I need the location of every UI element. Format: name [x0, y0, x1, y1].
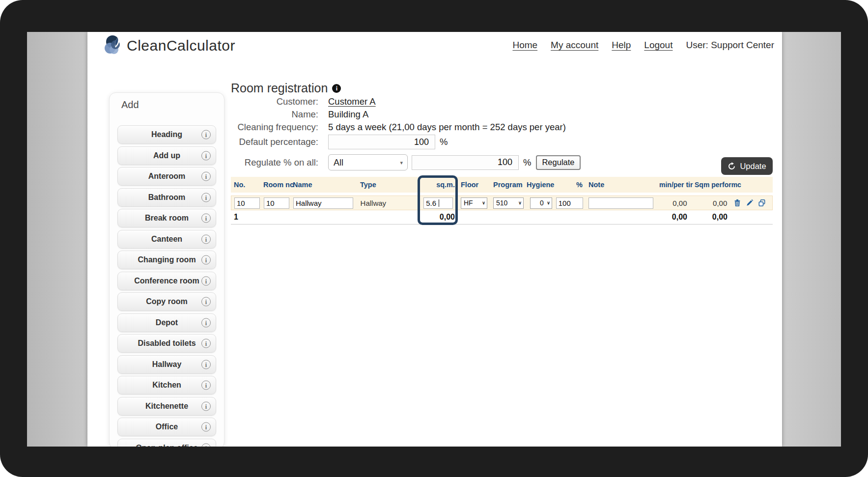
top-navigation: Home My account Help Logout User: Suppor… [512, 40, 774, 51]
info-circle-outline-icon[interactable]: i [201, 193, 211, 202]
regulate-button[interactable]: Regulate [536, 155, 580, 170]
sidebar-item-office[interactable]: Officei [117, 418, 216, 436]
sidebar-item-hallway[interactable]: Hallwayi [117, 355, 216, 374]
default-percentage-input[interactable] [328, 135, 435, 149]
regulate-scope-select[interactable]: All [328, 154, 408, 170]
desktop-margin-right [782, 32, 841, 447]
name-row: Name: Building A [210, 109, 368, 120]
sidebar-item-label: Bathroom [148, 193, 186, 202]
sidebar-item-label: Copy room [146, 297, 187, 306]
sidebar-item-kitchenette[interactable]: Kitchenettei [117, 397, 216, 416]
info-circle-outline-icon[interactable]: i [201, 234, 211, 244]
row-note-input[interactable] [588, 197, 653, 209]
row-actions [731, 199, 772, 207]
sidebar-item-label: Office [156, 422, 178, 431]
info-circle-outline-icon[interactable]: i [201, 401, 211, 411]
info-circle-outline-icon[interactable]: i [201, 443, 211, 447]
info-circle-outline-icon[interactable]: i [201, 130, 211, 140]
sidebar-item-changing-room[interactable]: Changing roomi [117, 251, 216, 269]
col-header-program: Program [490, 181, 524, 189]
row-percent-input[interactable] [556, 197, 583, 209]
sidebar-button-list: Headingi Add upi Anteroomi Bathroomi Bre… [117, 125, 216, 447]
info-circle-outline-icon[interactable]: i [201, 339, 211, 348]
app-title: CleanCalculator [127, 37, 235, 54]
sidebar-item-add-up[interactable]: Add upi [117, 146, 216, 165]
default-percentage-label: Default percentage: [210, 137, 318, 147]
row-room-no-input[interactable] [264, 197, 289, 209]
text-cursor [439, 199, 439, 207]
nav-home-link[interactable]: Home [512, 40, 537, 51]
nav-help-link[interactable]: Help [612, 40, 631, 51]
sidebar-item-label: Changing room [138, 255, 196, 264]
sidebar-item-heading[interactable]: Headingi [117, 125, 216, 144]
row-no-input[interactable] [234, 197, 260, 209]
water-swirl-logo-icon [104, 35, 124, 56]
sidebar-title: Add [121, 99, 139, 111]
name-value: Building A [328, 109, 368, 120]
sidebar-item-label: Hallway [152, 360, 182, 369]
row-floor-select[interactable]: HF [461, 197, 487, 209]
name-label: Name: [210, 109, 318, 120]
screenshot-canvas: CleanCalculator Home My account Help Log… [0, 0, 868, 477]
sidebar-item-disabled-toilets[interactable]: Disabled toiletsi [117, 334, 216, 353]
customer-link[interactable]: Customer A [328, 96, 376, 107]
info-circle-outline-icon[interactable]: i [201, 255, 211, 265]
totals-sqm: 0,00 [418, 213, 458, 222]
info-circle-outline-icon[interactable]: i [201, 151, 211, 160]
info-circle-outline-icon[interactable]: i [201, 422, 211, 432]
col-header-percent: % [555, 181, 586, 189]
percent-sign: % [523, 157, 531, 168]
refresh-icon [728, 162, 736, 170]
sidebar-item-label: Conference room [134, 277, 199, 285]
info-circle-outline-icon[interactable]: i [201, 360, 211, 369]
update-button-label: Update [740, 162, 766, 171]
sidebar-item-conference-room[interactable]: Conference roomi [117, 272, 216, 290]
info-circle-outline-icon[interactable]: i [201, 297, 211, 307]
col-header-type: Type [357, 181, 418, 189]
info-circle-filled-icon[interactable]: i [332, 84, 341, 93]
row-name-input[interactable] [293, 197, 353, 209]
totals-row-count: 1 [231, 213, 260, 222]
info-circle-outline-icon[interactable]: i [201, 172, 211, 181]
row-hygiene-select[interactable]: 0 [530, 197, 552, 209]
sidebar-item-label: Depot [156, 318, 178, 327]
totals-min-per-time: 0,00 [656, 213, 692, 222]
customer-row: Customer: Customer A [210, 96, 376, 107]
table-header-row: No. Room nc Name Type sq.m. Floor Progra… [231, 177, 773, 193]
room-table-row: Hallway HF ∨ 510 ∨ [231, 196, 773, 210]
regulate-label: Regulate % on all: [210, 157, 318, 168]
sidebar-item-bathroom[interactable]: Bathroomi [117, 188, 216, 207]
info-circle-outline-icon[interactable]: i [201, 318, 211, 327]
row-sqm-input[interactable] [423, 197, 453, 209]
sidebar-item-anteroom[interactable]: Anteroomi [117, 167, 216, 186]
nav-logout-link[interactable]: Logout [644, 40, 672, 51]
sidebar-item-kitchen[interactable]: Kitcheni [117, 376, 216, 394]
brand: CleanCalculator [104, 35, 235, 56]
col-header-note: Note [586, 181, 656, 189]
row-type-value: Hallway [361, 199, 387, 207]
sidebar-item-label: Break room [145, 214, 189, 223]
nav-my-account-link[interactable]: My account [551, 40, 598, 51]
info-circle-outline-icon[interactable]: i [201, 276, 211, 285]
customer-label: Customer: [210, 96, 318, 107]
trash-icon[interactable] [733, 199, 741, 207]
sidebar-item-break-room[interactable]: Break roomi [117, 209, 216, 227]
sidebar-item-canteen[interactable]: Canteeni [117, 230, 216, 249]
copy-icon[interactable] [758, 199, 766, 207]
info-circle-outline-icon[interactable]: i [201, 381, 211, 390]
row-sqm-performance-value: 0,00 [692, 199, 732, 207]
table-totals-row: 1 0,00 0,00 0,00 [231, 210, 773, 224]
pencil-icon[interactable] [746, 199, 754, 207]
sidebar-item-copy-room[interactable]: Copy roomi [117, 292, 216, 311]
sidebar-item-open-plan-office[interactable]: Open-plan officei [117, 439, 216, 447]
sidebar-item-label: Add up [153, 151, 180, 160]
update-button[interactable]: Update [721, 157, 773, 175]
row-program-select[interactable]: 510 [493, 197, 524, 209]
row-min-per-time-value: 0,00 [656, 199, 692, 207]
info-circle-outline-icon[interactable]: i [201, 214, 211, 223]
default-percentage-row: Default percentage: % [210, 135, 448, 149]
sidebar-item-depot[interactable]: Depoti [117, 313, 216, 332]
regulate-percentage-input[interactable] [412, 155, 519, 170]
cleaning-frequency-value: 5 days a week (21,00 days per month = 25… [328, 122, 566, 133]
col-header-room-no: Room nc [260, 181, 290, 189]
